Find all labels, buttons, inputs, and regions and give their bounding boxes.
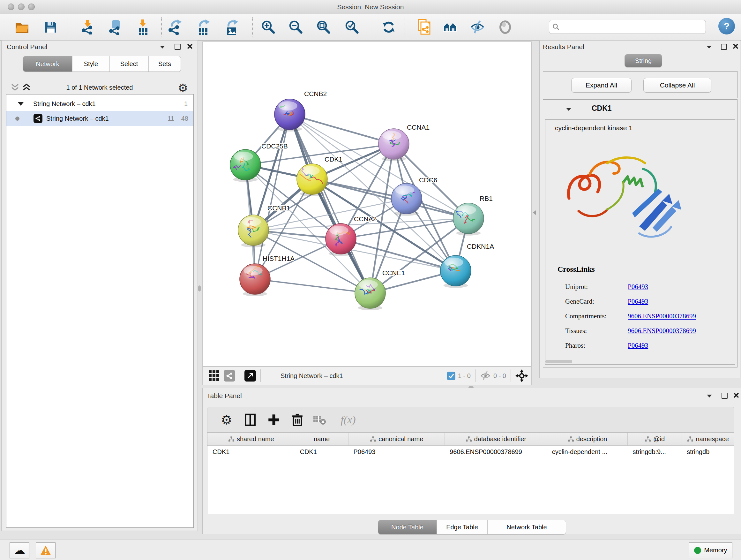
import-database-icon[interactable] — [108, 19, 123, 35]
network-graph[interactable]: CCNB2CCNA1CDC25BCDK1CDC6RB1CCNB1CCNA2CDK… — [203, 42, 531, 366]
annotation-icon[interactable] — [417, 19, 431, 35]
panel-float-icon[interactable] — [175, 44, 181, 50]
table-row[interactable]: CDK1CDK1P064939606.ENSP00000378699cyclin… — [207, 446, 734, 458]
network-canvas[interactable]: CCNB2CCNA1CDC25BCDK1CDC6RB1CCNB1CCNA2CDK… — [202, 42, 532, 367]
houses-icon[interactable] — [443, 19, 458, 35]
zoom-out-icon[interactable] — [288, 19, 303, 35]
column-header-canonical-name[interactable]: canonical name — [348, 433, 445, 445]
results-scrollbar-thumb[interactable] — [545, 360, 572, 363]
hide-selected-icon[interactable] — [470, 19, 485, 35]
show-columns-icon[interactable] — [242, 412, 259, 428]
network-node-CCNB1[interactable] — [238, 215, 269, 247]
export-table-icon[interactable] — [196, 19, 211, 35]
cloud-button[interactable]: ☁ — [10, 543, 29, 558]
network-collection-row[interactable]: String Network – cdk1 1 — [6, 97, 193, 111]
table-settings-gear-icon[interactable]: ⚙ — [218, 412, 235, 428]
protein-collapse-icon[interactable] — [566, 108, 571, 111]
search-input[interactable] — [562, 23, 702, 30]
panel-float-icon[interactable] — [722, 393, 728, 399]
tab-node-table[interactable]: Node Table — [378, 520, 436, 534]
open-session-icon[interactable] — [15, 19, 29, 35]
network-node-RB1[interactable] — [453, 203, 484, 236]
save-session-icon[interactable] — [44, 19, 58, 35]
network-node-CCNA1[interactable] — [379, 129, 409, 161]
import-network-icon[interactable] — [80, 19, 95, 35]
network-options-gear-icon[interactable]: ⚙ — [178, 81, 188, 95]
tree-expand-icon[interactable] — [18, 102, 23, 106]
table-panel: Table Panel ⚙ f(x) shared namenamecanoni… — [202, 388, 741, 534]
tab-style[interactable]: Style — [72, 56, 110, 71]
add-column-icon[interactable] — [266, 412, 282, 428]
open-in-window-icon[interactable] — [245, 370, 256, 381]
toolbar-separator — [252, 17, 253, 37]
delete-table-icon[interactable] — [312, 412, 328, 428]
network-node-CDC25B[interactable] — [230, 149, 261, 182]
tab-string[interactable]: String — [625, 54, 662, 67]
network-share-icon[interactable] — [224, 370, 235, 381]
function-builder-icon[interactable]: f(x) — [334, 412, 362, 428]
network-row-selected[interactable]: String Network – cdk1 11 48 — [6, 111, 193, 126]
column-label: description — [576, 435, 607, 443]
birdseye-crosshair-icon[interactable] — [515, 369, 528, 382]
panel-menu-icon[interactable] — [160, 46, 165, 49]
tab-network-table[interactable]: Network Table — [487, 520, 566, 534]
node-label-CCNB1: CCNB1 — [267, 204, 290, 212]
hidden-eye-icon[interactable] — [480, 371, 491, 381]
crosslink-row: GeneCard:P06493 — [565, 294, 731, 309]
column-header-shared-name[interactable]: shared name — [207, 433, 295, 445]
tab-sets[interactable]: Sets — [148, 56, 181, 71]
delete-column-trash-icon[interactable] — [289, 412, 306, 428]
network-edge-HIST1H1A-CCNE1[interactable] — [255, 279, 370, 293]
network-collection-label: String Network – cdk1 — [33, 100, 96, 108]
network-node-HIST1H1A[interactable] — [240, 264, 270, 296]
column-header-namespace[interactable]: namespace — [682, 433, 734, 445]
panel-menu-icon[interactable] — [706, 46, 712, 49]
zoom-fit-icon[interactable] — [316, 19, 331, 35]
refresh-icon[interactable] — [381, 19, 396, 35]
help-button[interactable]: ? — [718, 18, 735, 35]
zoom-selected-icon[interactable] — [344, 19, 359, 35]
panel-menu-icon[interactable] — [707, 395, 712, 397]
toolbar-separator — [405, 17, 405, 37]
warnings-button[interactable] — [36, 543, 56, 558]
column-header-name[interactable]: name — [295, 433, 348, 445]
column-header--id[interactable]: @id — [627, 433, 682, 445]
crosslink-link[interactable]: P06493 — [628, 283, 648, 291]
network-node-CCNE1[interactable] — [355, 278, 386, 310]
panel-close-icon[interactable] — [733, 392, 739, 398]
network-node-CDC6[interactable] — [391, 183, 422, 216]
import-table-icon[interactable] — [136, 19, 150, 35]
column-header-description[interactable]: description — [547, 433, 628, 445]
grid-view-icon[interactable] — [208, 370, 220, 381]
crosslink-link[interactable]: 9606.ENSP00000378699 — [628, 312, 696, 320]
panel-close-icon[interactable] — [187, 44, 192, 49]
zoom-in-icon[interactable] — [261, 19, 275, 35]
collapse-all-button[interactable]: Collapse All — [643, 78, 711, 92]
panel-close-icon[interactable] — [732, 44, 738, 49]
network-edge-CCNB2-HIST1H1A[interactable] — [255, 114, 290, 279]
tab-network[interactable]: Network — [23, 56, 72, 71]
export-network-icon[interactable] — [167, 19, 182, 35]
crosslink-link[interactable]: P06493 — [628, 341, 648, 350]
memory-button[interactable]: Memory — [689, 543, 732, 558]
show-graphics-icon[interactable] — [498, 19, 513, 35]
right-splitter-collapse-icon[interactable] — [533, 210, 536, 215]
network-edge-CDK1-RB1[interactable] — [312, 179, 468, 219]
tab-select[interactable]: Select — [110, 56, 148, 71]
network-node-CDKN1A[interactable] — [441, 255, 471, 288]
column-header-database-identifier[interactable]: database identifier — [445, 433, 547, 445]
network-node-CDK1[interactable] — [297, 164, 327, 196]
expand-all-button[interactable]: Expand All — [571, 78, 631, 92]
table-cell: cyclin-dependent ... — [547, 448, 628, 455]
crosslink-link[interactable]: 9606.ENSP00000378699 — [628, 327, 696, 335]
crosslink-label: Tissues: — [565, 327, 628, 335]
panel-float-icon[interactable] — [721, 44, 727, 50]
crosslink-link[interactable]: P06493 — [628, 298, 648, 306]
selected-checkbox-icon[interactable] — [447, 372, 455, 380]
left-splitter-handle[interactable] — [198, 286, 201, 292]
export-image-icon[interactable] — [224, 19, 239, 35]
search-box[interactable] — [549, 20, 706, 34]
network-edge-CCNB2-CCNE1[interactable] — [290, 114, 370, 293]
tab-edge-table[interactable]: Edge Table — [436, 520, 487, 534]
column-label: namespace — [696, 435, 729, 443]
